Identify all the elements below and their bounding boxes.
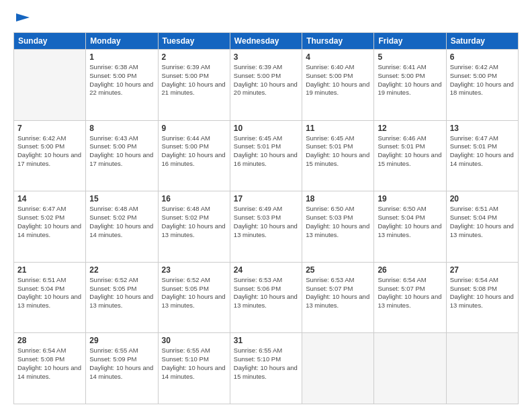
day-info: Sunrise: 6:48 AMSunset: 5:02 PMDaylight:… [162, 205, 226, 239]
calendar-cell: 19Sunrise: 6:50 AMSunset: 5:04 PMDayligh… [374, 191, 446, 263]
day-info: Sunrise: 6:39 AMSunset: 5:00 PMDaylight:… [162, 63, 226, 97]
day-number: 17 [234, 194, 298, 203]
day-info: Sunrise: 6:38 AMSunset: 5:00 PMDaylight:… [89, 63, 154, 97]
day-info: Sunrise: 6:54 AMSunset: 5:08 PMDaylight:… [17, 347, 82, 381]
calendar-cell: 28Sunrise: 6:54 AMSunset: 5:08 PMDayligh… [14, 333, 86, 404]
day-info: Sunrise: 6:41 AMSunset: 5:00 PMDaylight:… [378, 63, 442, 97]
day-info: Sunrise: 6:45 AMSunset: 5:01 PMDaylight:… [234, 134, 298, 169]
calendar-cell: 7Sunrise: 6:42 AMSunset: 5:00 PMDaylight… [14, 120, 86, 191]
calendar-cell: 30Sunrise: 6:55 AMSunset: 5:10 PMDayligh… [158, 333, 230, 404]
day-info: Sunrise: 6:48 AMSunset: 5:02 PMDaylight:… [89, 205, 154, 239]
day-info: Sunrise: 6:52 AMSunset: 5:05 PMDaylight:… [89, 276, 154, 310]
calendar-cell: 15Sunrise: 6:48 AMSunset: 5:02 PMDayligh… [86, 191, 158, 263]
page: SundayMondayTuesdayWednesdayThursdayFrid… [0, 0, 532, 411]
calendar-day-header: Monday [86, 33, 158, 50]
calendar-cell: 24Sunrise: 6:53 AMSunset: 5:06 PMDayligh… [230, 262, 302, 333]
day-info: Sunrise: 6:53 AMSunset: 5:07 PMDaylight:… [306, 276, 370, 310]
day-number: 2 [162, 52, 226, 62]
calendar-cell: 13Sunrise: 6:47 AMSunset: 5:01 PMDayligh… [446, 120, 518, 191]
day-info: Sunrise: 6:50 AMSunset: 5:04 PMDaylight:… [378, 205, 442, 239]
day-info: Sunrise: 6:50 AMSunset: 5:03 PMDaylight:… [306, 205, 370, 239]
day-number: 15 [89, 194, 154, 203]
day-info: Sunrise: 6:55 AMSunset: 5:10 PMDaylight:… [162, 347, 226, 381]
calendar-cell: 11Sunrise: 6:45 AMSunset: 5:01 PMDayligh… [302, 120, 374, 191]
day-info: Sunrise: 6:43 AMSunset: 5:00 PMDaylight:… [89, 134, 154, 169]
day-number: 7 [17, 124, 82, 133]
day-number: 19 [378, 194, 442, 203]
day-number: 20 [450, 194, 515, 203]
calendar-cell: 5Sunrise: 6:41 AMSunset: 5:00 PMDaylight… [374, 50, 446, 121]
day-info: Sunrise: 6:42 AMSunset: 5:00 PMDaylight:… [450, 63, 515, 97]
day-info: Sunrise: 6:55 AMSunset: 5:10 PMDaylight:… [234, 347, 298, 381]
calendar-cell: 23Sunrise: 6:52 AMSunset: 5:05 PMDayligh… [158, 262, 230, 333]
calendar-cell: 10Sunrise: 6:45 AMSunset: 5:01 PMDayligh… [230, 120, 302, 191]
day-number: 12 [378, 124, 442, 133]
day-number: 9 [162, 124, 226, 133]
day-number: 10 [234, 124, 298, 133]
day-info: Sunrise: 6:39 AMSunset: 5:00 PMDaylight:… [234, 63, 298, 97]
logo-flag-icon [15, 12, 31, 26]
svg-marker-0 [16, 13, 30, 21]
day-number: 13 [450, 124, 515, 133]
day-number: 18 [306, 194, 370, 203]
day-number: 11 [306, 124, 370, 133]
calendar-cell: 2Sunrise: 6:39 AMSunset: 5:00 PMDaylight… [158, 50, 230, 121]
calendar-week-row: 14Sunrise: 6:47 AMSunset: 5:02 PMDayligh… [14, 191, 519, 263]
calendar-header-row: SundayMondayTuesdayWednesdayThursdayFrid… [14, 33, 519, 50]
day-number: 25 [306, 265, 370, 275]
day-info: Sunrise: 6:51 AMSunset: 5:04 PMDaylight:… [450, 205, 515, 239]
day-number: 26 [378, 265, 442, 275]
day-number: 8 [89, 124, 154, 133]
calendar-cell: 29Sunrise: 6:55 AMSunset: 5:09 PMDayligh… [86, 333, 158, 404]
day-info: Sunrise: 6:55 AMSunset: 5:09 PMDaylight:… [89, 347, 154, 381]
calendar-week-row: 7Sunrise: 6:42 AMSunset: 5:00 PMDaylight… [14, 120, 519, 191]
calendar-day-header: Sunday [14, 33, 86, 50]
calendar-cell: 6Sunrise: 6:42 AMSunset: 5:00 PMDaylight… [446, 50, 518, 121]
day-number: 28 [17, 336, 82, 345]
calendar-cell: 22Sunrise: 6:52 AMSunset: 5:05 PMDayligh… [86, 262, 158, 333]
day-number: 4 [306, 52, 370, 62]
day-info: Sunrise: 6:42 AMSunset: 5:00 PMDaylight:… [17, 134, 82, 169]
calendar-cell: 3Sunrise: 6:39 AMSunset: 5:00 PMDaylight… [230, 50, 302, 121]
calendar-cell: 27Sunrise: 6:54 AMSunset: 5:08 PMDayligh… [446, 262, 518, 333]
calendar-table: SundayMondayTuesdayWednesdayThursdayFrid… [13, 32, 519, 404]
day-number: 22 [89, 265, 154, 275]
calendar-cell: 14Sunrise: 6:47 AMSunset: 5:02 PMDayligh… [14, 191, 86, 263]
calendar-cell: 12Sunrise: 6:46 AMSunset: 5:01 PMDayligh… [374, 120, 446, 191]
day-number: 24 [234, 265, 298, 275]
calendar-cell: 17Sunrise: 6:49 AMSunset: 5:03 PMDayligh… [230, 191, 302, 263]
calendar-week-row: 21Sunrise: 6:51 AMSunset: 5:04 PMDayligh… [14, 262, 519, 333]
day-number: 30 [162, 336, 226, 345]
day-number: 3 [234, 52, 298, 62]
day-number: 27 [450, 265, 515, 275]
calendar-cell: 18Sunrise: 6:50 AMSunset: 5:03 PMDayligh… [302, 191, 374, 263]
header [13, 11, 519, 27]
calendar-day-header: Saturday [446, 33, 518, 50]
day-info: Sunrise: 6:47 AMSunset: 5:02 PMDaylight:… [17, 205, 82, 239]
day-info: Sunrise: 6:45 AMSunset: 5:01 PMDaylight:… [306, 134, 370, 169]
calendar-cell: 20Sunrise: 6:51 AMSunset: 5:04 PMDayligh… [446, 191, 518, 263]
day-number: 1 [89, 52, 154, 62]
day-info: Sunrise: 6:44 AMSunset: 5:00 PMDaylight:… [162, 134, 226, 169]
day-info: Sunrise: 6:54 AMSunset: 5:08 PMDaylight:… [450, 276, 515, 310]
calendar-day-header: Tuesday [158, 33, 230, 50]
day-number: 5 [378, 52, 442, 62]
calendar-cell: 4Sunrise: 6:40 AMSunset: 5:00 PMDaylight… [302, 50, 374, 121]
calendar-cell: 1Sunrise: 6:38 AMSunset: 5:00 PMDaylight… [86, 50, 158, 121]
day-info: Sunrise: 6:47 AMSunset: 5:01 PMDaylight:… [450, 134, 515, 169]
day-info: Sunrise: 6:53 AMSunset: 5:06 PMDaylight:… [234, 276, 298, 310]
day-info: Sunrise: 6:46 AMSunset: 5:01 PMDaylight:… [378, 134, 442, 169]
calendar-day-header: Thursday [302, 33, 374, 50]
day-number: 14 [17, 194, 82, 203]
calendar-cell: 16Sunrise: 6:48 AMSunset: 5:02 PMDayligh… [158, 191, 230, 263]
day-number: 6 [450, 52, 515, 62]
logo [13, 13, 31, 27]
calendar-day-header: Friday [374, 33, 446, 50]
calendar-cell [302, 333, 374, 404]
day-number: 21 [17, 265, 82, 275]
calendar-cell: 31Sunrise: 6:55 AMSunset: 5:10 PMDayligh… [230, 333, 302, 404]
calendar-cell: 9Sunrise: 6:44 AMSunset: 5:00 PMDaylight… [158, 120, 230, 191]
day-info: Sunrise: 6:54 AMSunset: 5:07 PMDaylight:… [378, 276, 442, 310]
day-info: Sunrise: 6:52 AMSunset: 5:05 PMDaylight:… [162, 276, 226, 310]
day-number: 31 [234, 336, 298, 345]
